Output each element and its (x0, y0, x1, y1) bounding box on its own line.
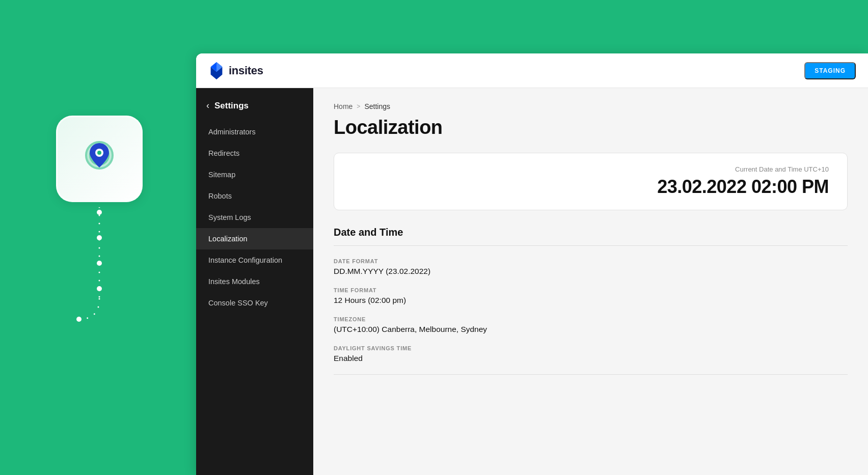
sidebar-item-redirects[interactable]: Redirects (196, 143, 313, 164)
datetime-card: Current Date and Time UTC+10 23.02.2022 … (334, 153, 848, 210)
field-value-date-format: DD.MM.YYYY (23.02.2022) (334, 267, 848, 276)
page-title: Localization (334, 117, 848, 138)
date-time-section: Date and Time DATE FORMAT DD.MM.YYYY (23… (334, 227, 848, 375)
breadcrumb-home[interactable]: Home (334, 102, 352, 110)
breadcrumb-current: Settings (364, 102, 390, 110)
background-decoration (0, 0, 199, 475)
sidebar-title: Settings (214, 101, 249, 111)
sidebar-item-localization[interactable]: Localization (196, 228, 313, 249)
sidebar-item-label: Console SSO Key (208, 299, 268, 307)
app-icon-card (56, 116, 143, 202)
svg-point-10 (76, 317, 82, 322)
field-time-format: TIME FORMAT 12 Hours (02:00 pm) (334, 287, 848, 305)
location-pin-icon (76, 136, 122, 182)
field-label-daylight-savings: DAYLIGHT SAVINGS TIME (334, 345, 848, 351)
sidebar-item-administrators[interactable]: Administrators (196, 121, 313, 143)
sidebar: ‹ Settings Administrators Redirects Site… (196, 88, 313, 475)
sidebar-item-label: Localization (208, 235, 248, 243)
back-arrow-icon[interactable]: ‹ (206, 100, 209, 111)
sidebar-item-label: Insites Modules (208, 277, 260, 286)
sidebar-item-robots[interactable]: Robots (196, 185, 313, 207)
field-value-timezone: (UTC+10:00) Canberra, Melbourne, Sydney (334, 325, 848, 334)
svg-point-3 (97, 151, 101, 155)
content-area: ‹ Settings Administrators Redirects Site… (196, 88, 868, 475)
datetime-card-label: Current Date and Time UTC+10 (352, 165, 829, 173)
field-daylight-savings: DAYLIGHT SAVINGS TIME Enabled (334, 345, 848, 363)
logo-text: insites (229, 64, 263, 77)
sidebar-item-label: Instance Configuration (208, 256, 282, 264)
sidebar-item-label: System Logs (208, 213, 251, 221)
sidebar-item-label: Sitemap (208, 171, 235, 179)
field-value-time-format: 12 Hours (02:00 pm) (334, 296, 848, 305)
section-divider (334, 374, 848, 375)
staging-button[interactable]: STAGING (804, 62, 856, 79)
field-label-date-format: DATE FORMAT (334, 258, 848, 264)
sidebar-item-insites-modules[interactable]: Insites Modules (196, 271, 313, 292)
app-container: insites STAGING ‹ Settings Administrator… (196, 53, 868, 475)
main-content: Home > Settings Localization Current Dat… (313, 88, 868, 475)
svg-point-8 (97, 261, 102, 266)
insites-logo-icon (208, 61, 225, 80)
icon-card-wrapper (56, 116, 143, 340)
svg-point-6 (97, 210, 102, 215)
field-label-timezone: TIMEZONE (334, 316, 848, 322)
dotted-line-decoration (69, 207, 130, 340)
field-timezone: TIMEZONE (UTC+10:00) Canberra, Melbourne… (334, 316, 848, 334)
sidebar-item-label: Redirects (208, 149, 239, 157)
sidebar-item-label: Administrators (208, 128, 256, 136)
sidebar-item-label: Robots (208, 192, 232, 200)
breadcrumb-separator: > (357, 103, 360, 110)
field-label-time-format: TIME FORMAT (334, 287, 848, 293)
sidebar-item-sitemap[interactable]: Sitemap (196, 164, 313, 185)
logo-area: insites (208, 61, 263, 80)
sidebar-header: ‹ Settings (196, 92, 313, 121)
section-title-date-time: Date and Time (334, 227, 848, 246)
field-value-daylight-savings: Enabled (334, 354, 848, 363)
sidebar-item-system-logs[interactable]: System Logs (196, 207, 313, 228)
field-date-format: DATE FORMAT DD.MM.YYYY (23.02.2022) (334, 258, 848, 276)
top-header: insites STAGING (196, 53, 868, 88)
svg-point-9 (97, 286, 102, 291)
breadcrumb: Home > Settings (334, 102, 848, 110)
sidebar-item-instance-config[interactable]: Instance Configuration (196, 249, 313, 271)
svg-point-7 (97, 235, 102, 240)
datetime-card-value: 23.02.2022 02:00 PM (352, 176, 829, 198)
sidebar-item-console-sso[interactable]: Console SSO Key (196, 292, 313, 314)
